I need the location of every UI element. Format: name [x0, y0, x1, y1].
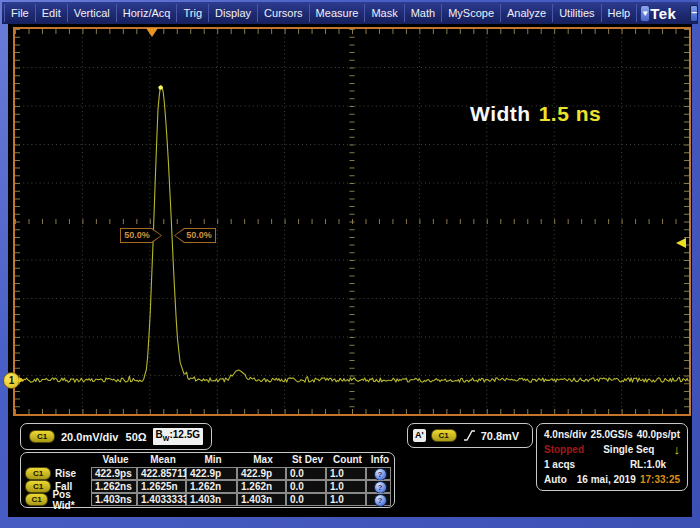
- menu-display[interactable]: Display: [209, 4, 258, 22]
- trigger-source-chip: A': [413, 429, 426, 442]
- timebase: 4.0ns/div: [544, 429, 587, 440]
- measurement-row-pos-width: C1Pos Wid* 1.403ns 1.4033333n 1.403n 1.4…: [23, 493, 392, 506]
- acquisition-readout: 4.0ns/div 25.0GS/s 40.0ps/pt Stopped Sin…: [536, 423, 688, 491]
- menu-utilities[interactable]: Utilities: [553, 4, 601, 22]
- trigger-level-value: 70.8mV: [481, 430, 520, 442]
- menu-overflow-button[interactable]: ▼: [640, 5, 650, 22]
- menu-analyze[interactable]: Analyze: [501, 4, 553, 22]
- menu-vertical[interactable]: Vertical: [68, 4, 117, 22]
- menu-bar: File Edit Vertical Horiz/Acq Trig Displa…: [2, 2, 698, 24]
- menu-measure[interactable]: Measure: [310, 4, 366, 22]
- menu-mask[interactable]: Mask: [365, 4, 404, 22]
- date: 16 mai, 2019: [577, 474, 636, 485]
- acq-state: Stopped: [544, 444, 584, 455]
- menu-horiz-acq[interactable]: Horiz/Acq: [117, 4, 178, 22]
- acq-mode: Single Seq: [603, 444, 654, 455]
- acq-count: 1 acqs: [544, 459, 575, 470]
- graticule: Width1.5 ns 50.0% 50.0%: [13, 27, 691, 416]
- vertical-readout[interactable]: C1 20.0mV/div 50Ω BW:12.5G: [20, 423, 212, 450]
- menu-math[interactable]: Math: [405, 4, 442, 22]
- arrow-down-icon: ↓: [674, 443, 681, 456]
- trigger-level-arrow-icon[interactable]: [676, 238, 686, 248]
- menu-help[interactable]: Help: [602, 4, 638, 22]
- width-annotation-label: Width: [470, 102, 531, 125]
- vertical-scale: 20.0mV/div: [61, 431, 118, 443]
- trigger-position-marker-icon[interactable]: [146, 28, 158, 37]
- time: 17:33:25: [640, 474, 680, 485]
- waveform-plot: [15, 29, 689, 414]
- measurement-header-row: Value Mean Min Max St Dev Count Info: [23, 454, 392, 467]
- menu-trig[interactable]: Trig: [177, 4, 209, 22]
- record-length: RL:1.0k: [630, 459, 666, 470]
- trigger-readout[interactable]: A' C1 70.8mV: [407, 423, 533, 448]
- measurement-table: Value Mean Min Max St Dev Count Info C1R…: [20, 452, 395, 508]
- measurement-row-rise: C1Rise 422.9ps 422.85711p 422.9p 422.9p …: [23, 467, 392, 480]
- menu-cursors[interactable]: Cursors: [258, 4, 310, 22]
- menu-edit[interactable]: Edit: [36, 4, 68, 22]
- oscilloscope-window: File Edit Vertical Horiz/Acq Trig Displa…: [0, 0, 700, 528]
- ref-level-marker-right: 50.0%: [174, 228, 216, 243]
- channel-badge: C1: [25, 493, 48, 506]
- info-icon[interactable]: ?: [374, 494, 387, 507]
- trigger-channel-badge: C1: [431, 429, 457, 442]
- channel-badge: C1: [25, 467, 51, 480]
- input-impedance: 50Ω: [126, 431, 147, 443]
- bandwidth-chip: BW:12.5G: [153, 428, 203, 445]
- resolution: 40.0ps/pt: [637, 429, 680, 440]
- channel-1-ground-marker[interactable]: 1: [3, 372, 20, 389]
- channel-badge: C1: [29, 430, 55, 443]
- width-annotation: Width1.5 ns: [470, 102, 601, 126]
- ref-level-marker-left: 50.0%: [120, 228, 162, 243]
- trigger-mode: Auto: [544, 474, 567, 485]
- menu-myscope[interactable]: MyScope: [442, 4, 501, 22]
- width-annotation-value: 1.5 ns: [539, 102, 602, 125]
- menu-file[interactable]: File: [4, 4, 36, 22]
- sample-rate: 25.0GS/s: [591, 429, 633, 440]
- tek-logo: Tek: [650, 5, 676, 22]
- rising-edge-icon: [462, 429, 476, 442]
- minimize-button[interactable]: –: [690, 5, 698, 22]
